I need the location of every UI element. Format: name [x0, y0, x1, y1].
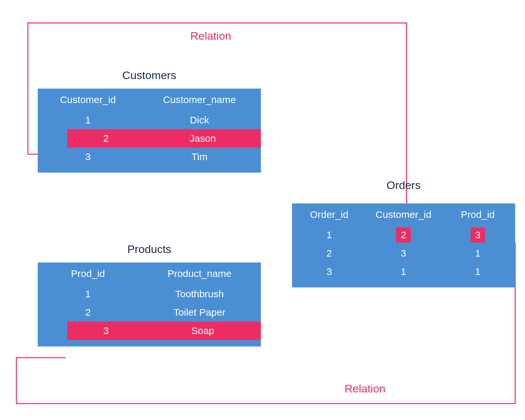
customers-table: Customer_id Customer_name 1 Dick 2 Jason…: [38, 89, 261, 173]
table-row: 2 Toilet Paper: [38, 303, 261, 322]
table-row: 1 Dick: [38, 111, 261, 129]
cell: Tim: [138, 151, 261, 162]
table-row: 1 2 3: [292, 226, 515, 244]
cell: Toilet Paper: [138, 307, 261, 318]
cell: 3: [38, 151, 138, 162]
cell: 2: [67, 133, 145, 144]
orders-col-customer-id: Customer_id: [366, 209, 440, 220]
cell: Toothbrush: [138, 288, 261, 300]
cell: 2: [366, 227, 440, 242]
cell: Soap: [145, 325, 261, 336]
relational-diagram: Relation Relation Customers Customer_id …: [0, 0, 525, 420]
orders-table: Order_id Customer_id Prod_id 1 2 3 2 3 1…: [292, 203, 515, 287]
cell: 1: [292, 229, 366, 241]
cell: Jason: [145, 133, 261, 144]
orders-title: Orders: [292, 179, 515, 192]
cell: 3: [292, 266, 366, 277]
table-row: 3 1 1: [292, 262, 515, 281]
table-row: 2 3 1: [292, 244, 515, 262]
cell: 3: [67, 325, 145, 336]
cell: 1: [441, 248, 515, 259]
cell: 1: [38, 115, 138, 126]
table-row-highlight: 3 Soap: [67, 322, 261, 340]
relation-label-top: Relation: [190, 30, 231, 42]
table-row: 1 Toothbrush: [38, 285, 261, 303]
highlight-prod-id: 3: [471, 227, 485, 242]
cell: 3: [366, 248, 440, 259]
orders-col-order-id: Order_id: [292, 209, 366, 220]
highlight-customer-id: 2: [396, 227, 411, 242]
cell: 1: [366, 266, 440, 277]
customers-col-id: Customer_id: [38, 94, 138, 105]
products-title: Products: [38, 243, 261, 256]
cell: 1: [441, 266, 515, 277]
table-row-highlight: 2 Jason: [67, 129, 261, 148]
orders-col-prod-id: Prod_id: [441, 209, 515, 220]
products-table: Prod_id Product_name 1 Toothbrush 2 Toil…: [38, 262, 261, 346]
table-row: 3 Tim: [38, 148, 261, 166]
customers-title: Customers: [38, 69, 261, 82]
customers-col-name: Customer_name: [138, 94, 261, 105]
products-col-id: Prod_id: [38, 268, 138, 279]
cell: 2: [292, 248, 366, 259]
cell: 1: [38, 288, 138, 300]
cell: 2: [38, 307, 138, 318]
relation-label-bottom: Relation: [345, 382, 386, 395]
products-col-name: Product_name: [138, 268, 261, 279]
cell: Dick: [138, 115, 261, 126]
cell: 3: [441, 227, 515, 242]
